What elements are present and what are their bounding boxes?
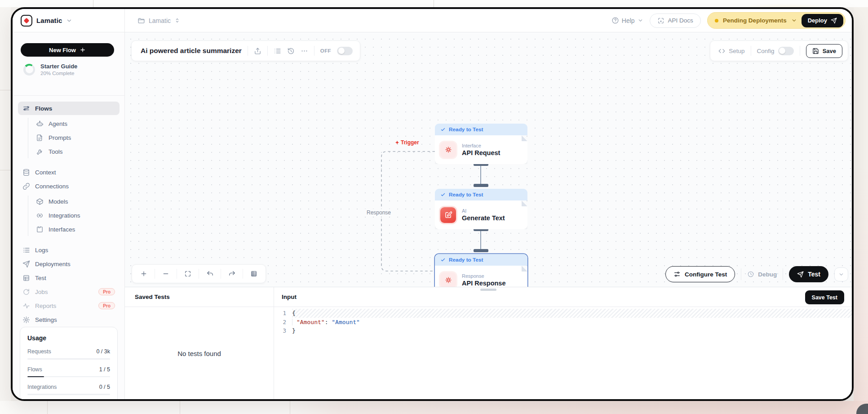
code-line[interactable]: 1 {	[274, 309, 852, 318]
code-line[interactable]: 2 "Amount": "Amount"	[274, 318, 852, 327]
sidebar-item-flows[interactable]: Flows	[18, 102, 120, 115]
redo-button[interactable]	[223, 266, 241, 281]
node-card[interactable]: AI Generate Text	[435, 200, 527, 229]
brand-zone[interactable]: Lamatic	[13, 9, 125, 32]
sidebar-item-prompts[interactable]: Prompts	[18, 131, 120, 144]
config-toggle-group[interactable]: Config	[757, 47, 794, 55]
zoom-out-button[interactable]	[157, 266, 175, 281]
prompts-icon	[36, 134, 44, 142]
check-icon	[440, 257, 446, 263]
undo-button[interactable]	[201, 266, 219, 281]
empty-tests-message: No tests found	[125, 307, 274, 400]
usage-label: Integrations	[27, 384, 57, 390]
breadcrumb-workspace: Lamatic	[149, 17, 171, 24]
divider	[248, 46, 248, 56]
help-icon	[611, 17, 619, 24]
target-handle[interactable]	[474, 249, 488, 252]
queue-list-icon[interactable]	[274, 47, 281, 55]
unfold-icon[interactable]	[174, 18, 180, 23]
canvas-toolbar	[132, 264, 266, 283]
sidebar-item-models[interactable]: Models	[18, 195, 120, 208]
divider	[751, 46, 751, 56]
deploy-label: Deploy	[808, 17, 827, 24]
node-title: Generate Text	[462, 214, 505, 222]
sidebar-item-settings[interactable]: Settings	[18, 313, 120, 326]
sidebar-item-label: Jobs	[35, 289, 48, 295]
usage-card: Usage Requests 0 / 3k Flows 1 / 5	[20, 327, 118, 399]
sidebar-item-agents[interactable]: Agents	[18, 117, 120, 130]
code-line[interactable]: 3 }	[274, 326, 852, 335]
test-options-button[interactable]	[834, 267, 848, 281]
link-icon	[22, 183, 30, 190]
usage-progress-bar	[27, 358, 110, 360]
save-label: Save	[823, 48, 836, 54]
configure-test-button[interactable]: Configure Test	[665, 266, 735, 282]
divider	[800, 46, 800, 56]
divider	[314, 46, 314, 56]
node-card[interactable]: Response API Response	[435, 266, 527, 287]
panel-header: Saved Tests Input Save Test	[125, 287, 852, 307]
line-number: 1	[274, 310, 292, 316]
check-icon	[440, 127, 446, 132]
node-card[interactable]: Interface API Request	[435, 135, 527, 164]
help-menu[interactable]: Help	[611, 17, 643, 24]
node-title: API Request	[462, 149, 500, 156]
sidebar-item-deployments[interactable]: Deployments	[18, 257, 120, 271]
divider	[267, 46, 268, 56]
flow-canvas[interactable]: Ready to Test Interface API Request	[125, 32, 852, 287]
folder-icon	[137, 17, 145, 24]
save-test-button[interactable]: Save Test	[805, 290, 844, 304]
pending-deployments-button[interactable]: Pending Deployments Deploy	[707, 12, 846, 29]
flow-enable-toggle[interactable]	[337, 47, 353, 55]
zoom-in-button[interactable]	[135, 266, 153, 281]
target-handle[interactable]	[474, 184, 488, 187]
interface-node-icon	[440, 142, 456, 158]
app-window: Lamatic Lamatic Help	[11, 7, 854, 401]
node-api-response[interactable]: Ready to Test Response API Response	[435, 254, 527, 287]
background-hairline	[434, 0, 434, 7]
node-status-ribbon: Ready to Test	[435, 189, 527, 200]
sidebar-item-connections[interactable]: Connections	[18, 179, 120, 193]
sidebar-item-context[interactable]: Context	[18, 165, 120, 179]
sidebar-item-reports[interactable]: Reports Pro	[18, 299, 120, 312]
configure-test-label: Configure Test	[685, 271, 727, 278]
node-generate-text[interactable]: Ready to Test AI Generate Text	[435, 189, 527, 229]
clock-icon	[747, 271, 754, 278]
node-api-request[interactable]: Ready to Test Interface API Request	[435, 124, 527, 164]
sidebar-item-jobs[interactable]: Jobs Pro	[18, 285, 120, 298]
usage-progress-bar	[27, 376, 110, 378]
starter-guide[interactable]: Starter Guide 20% Complete	[23, 63, 77, 76]
chevron-down-icon[interactable]	[66, 18, 72, 24]
share-icon[interactable]	[254, 47, 261, 55]
debug-button[interactable]: Debug	[747, 271, 777, 278]
setup-button[interactable]: Setup	[718, 48, 744, 54]
sidebar-item-tools[interactable]: Tools	[18, 145, 120, 158]
more-options-icon[interactable]	[301, 47, 308, 55]
breadcrumb[interactable]: Lamatic	[137, 17, 180, 24]
config-toggle[interactable]	[778, 47, 794, 55]
test-button[interactable]: Test	[789, 266, 828, 282]
sidebar-item-test[interactable]: Test	[18, 271, 120, 285]
trigger-diamond-icon	[395, 140, 399, 145]
save-button[interactable]: Save	[806, 44, 842, 58]
deploy-button[interactable]: Deploy	[802, 14, 843, 27]
starter-guide-title: Starter Guide	[40, 63, 77, 70]
sidebar: New Flow Starter Guide 20% Complete Flow…	[13, 32, 125, 399]
input-json-editor[interactable]: 1 { 2 "Amount": "Amount" 3 }	[274, 309, 852, 399]
sidebar-item-integrations[interactable]: Integrations	[18, 209, 120, 222]
flow-title: Ai powered article summarizer	[141, 47, 242, 55]
divider	[177, 269, 177, 279]
test-label: Test	[808, 271, 820, 278]
sidebar-item-logs[interactable]: Logs	[18, 243, 120, 257]
interface-icon	[36, 226, 44, 233]
jobs-icon	[22, 288, 30, 296]
history-icon[interactable]	[287, 47, 295, 55]
sidebar-item-interfaces[interactable]: Interfaces	[18, 223, 120, 236]
logs-icon	[22, 246, 30, 254]
usage-title: Usage	[27, 334, 110, 342]
new-flow-button[interactable]: New Flow	[21, 43, 114, 57]
minimap-button[interactable]	[245, 266, 263, 281]
api-docs-button[interactable]: API Docs	[650, 13, 701, 28]
fit-view-button[interactable]	[179, 266, 197, 281]
sidebar-item-label: Logs	[35, 247, 48, 254]
